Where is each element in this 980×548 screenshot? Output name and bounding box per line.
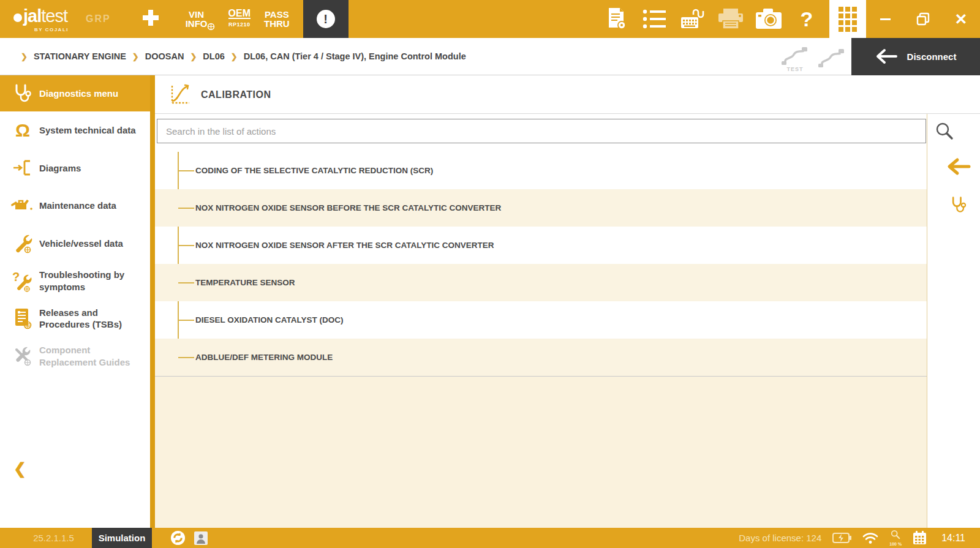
wrench-icon (10, 230, 36, 256)
chevron-right-icon: ❯ (21, 52, 28, 61)
add-vehicle-button[interactable] (140, 7, 161, 31)
action-item-scr-coding[interactable]: CODING OF THE SELECTIVE CATALYTIC REDUCT… (155, 152, 927, 189)
actions-list: CODING OF THE SELECTIVE CATALYTIC REDUCT… (155, 152, 927, 377)
restore-icon (916, 12, 930, 26)
diagnostics-cable-button[interactable] (815, 41, 849, 72)
sidebar-item-diagrams[interactable]: Diagrams (0, 149, 150, 187)
section-header: CALIBRATION (155, 75, 980, 114)
action-item-adblue[interactable]: ADBLUE/DEF METERING MODULE (155, 339, 927, 376)
list-icon (643, 9, 667, 29)
breadcrumb-item-system-type[interactable]: STATIONARY ENGINE (34, 51, 126, 61)
sidebar-item-system-technical-data[interactable]: Ω System technical data (0, 111, 150, 149)
restore-button[interactable] (904, 0, 942, 38)
help-button[interactable]: ? (793, 0, 821, 38)
wifi-button[interactable] (862, 532, 878, 544)
content-background (155, 377, 927, 528)
sidebar-item-troubleshooting[interactable]: ? Troubleshooting by symptoms (0, 262, 150, 300)
screenshot-button[interactable] (755, 0, 783, 38)
diagnostics-shortcut-button[interactable] (949, 195, 968, 217)
sync-button[interactable] (170, 530, 186, 546)
sidebar-item-diagnostics-menu[interactable]: Diagnostics menu (0, 75, 150, 111)
tools-icon (10, 343, 36, 369)
action-item-doc[interactable]: DIESEL OXIDATION CATALYST (DOC) (155, 301, 927, 339)
simulation-mode-badge: Simulation (92, 528, 152, 548)
breadcrumb-item-make[interactable]: DOOSAN (145, 51, 184, 61)
sidebar-item-label: Maintenance data (39, 200, 142, 212)
question-wrench-icon: ? (10, 268, 36, 294)
task-list-button[interactable] (641, 0, 669, 38)
action-item-nox-before[interactable]: NOX NITROGEN OXIDE SENSOR BEFORE THE SCR… (155, 189, 927, 227)
logo-dot-icon (13, 13, 22, 22)
clock-label: 14:11 (941, 533, 965, 544)
wifi-icon (862, 532, 878, 544)
breadcrumb: ❯ STATIONARY ENGINE ❯ DOOSAN ❯ DL06 ❯ DL… (15, 51, 466, 61)
sidebar-item-vehicle-vessel-data[interactable]: Vehicle/vessel data (0, 225, 150, 263)
pass-thru-button[interactable]: PASS THRU (264, 10, 290, 28)
breadcrumb-bar: ❯ STATIONARY ENGINE ❯ DOOSAN ❯ DL06 ❯ DL… (0, 38, 980, 75)
license-days-label: Days of license: 124 (739, 533, 821, 543)
report-icon (605, 7, 628, 31)
user-icon (194, 531, 208, 545)
pass-line2: THRU (264, 18, 290, 29)
breadcrumb-item-system[interactable]: DL06, CAN (Tier 4 / Stage IV), Engine Co… (244, 51, 466, 61)
back-arrow-icon (875, 48, 897, 64)
sidebar: Diagnostics menu Ω System technical data… (0, 75, 150, 528)
test-cable-button[interactable]: TEST (778, 41, 812, 72)
user-button[interactable] (194, 531, 208, 545)
sidebar-item-label: Component Replacement Guides (39, 344, 142, 368)
sidebar-item-releases-procedures[interactable]: Releases and Procedures (TSBs) (0, 300, 150, 338)
report-button[interactable] (603, 0, 631, 38)
page-title: CALIBRATION (201, 75, 271, 114)
diagnostics-cable-icon (818, 46, 845, 69)
grp-button[interactable]: GRP (86, 13, 111, 24)
sidebar-accent-bar (150, 75, 155, 528)
camera-icon (755, 7, 783, 31)
applications-button[interactable] (829, 0, 866, 38)
logo-brand-bold: jal (23, 6, 41, 26)
alerts-button[interactable]: ! (303, 0, 349, 38)
main-content: CALIBRATION CODING OF THE SELECTIVE CATA… (155, 75, 980, 528)
plus-icon (140, 7, 161, 28)
circuit-icon (10, 155, 36, 181)
sidebar-item-label: Diagnostics menu (39, 88, 142, 100)
logo-brand-light: test (41, 6, 67, 26)
oem-rp1210-button[interactable]: OEM RP1210 (228, 9, 251, 29)
minimize-icon (880, 18, 891, 20)
sidebar-item-label: Vehicle/vessel data (39, 238, 142, 250)
sidebar-item-label: Troubleshooting by symptoms (39, 269, 142, 293)
stethoscope-icon (10, 81, 36, 107)
sidebar-item-label: Releases and Procedures (TSBs) (39, 307, 142, 331)
status-right-cluster: Days of license: 124 100 % (739, 530, 965, 546)
svg-text:?: ? (12, 270, 20, 283)
action-item-temperature-sensor[interactable]: TEMPERATURE SENSOR (155, 264, 927, 301)
close-button[interactable]: ✕ (942, 0, 980, 38)
breadcrumb-item-model[interactable]: DL06 (203, 51, 224, 61)
zoom-level-button[interactable]: 100 % (889, 530, 902, 546)
toolbar-icons: ? (598, 0, 826, 38)
sidebar-item-label: System technical data (39, 124, 142, 137)
vin-line2: INFO (186, 18, 208, 29)
search-input[interactable] (157, 119, 926, 143)
calendar-button[interactable] (913, 531, 927, 545)
search-icon[interactable] (935, 121, 954, 143)
jaltest-logo[interactable]: jaltest BY COJALI (13, 7, 67, 31)
action-item-nox-after[interactable]: NOX NITROGEN OXIDE SENSOR AFTER THE SCR … (155, 227, 927, 264)
disconnect-button[interactable]: Disconnect (851, 38, 980, 75)
collapse-sidebar-button[interactable]: ❮ (13, 460, 26, 478)
measurements-button[interactable] (679, 0, 707, 38)
disconnect-label: Disconnect (907, 51, 957, 62)
warning-icon: ! (317, 10, 335, 28)
keyboard-signal-icon (680, 7, 706, 31)
oem-line1: OEM (228, 9, 251, 19)
chevron-right-icon: ❯ (132, 52, 139, 61)
calendar-icon (913, 531, 927, 545)
minimize-button[interactable] (866, 0, 904, 38)
vin-info-button[interactable]: VIN INFO (186, 10, 208, 28)
print-button[interactable] (717, 0, 745, 38)
battery-button[interactable] (832, 533, 851, 543)
test-cable-icon (782, 46, 809, 66)
printer-icon (717, 7, 744, 31)
go-back-button[interactable] (946, 157, 971, 178)
sidebar-item-maintenance-data[interactable]: Maintenance data (0, 187, 150, 225)
chevron-right-icon: ❯ (231, 52, 238, 61)
